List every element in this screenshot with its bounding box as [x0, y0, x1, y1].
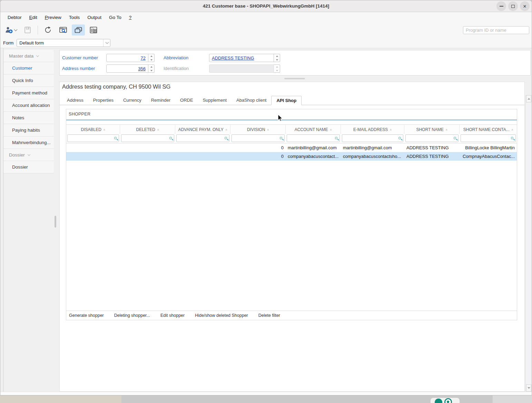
refresh-button[interactable] [41, 24, 55, 36]
vertical-scrollbar[interactable] [525, 95, 531, 392]
save-button[interactable] [21, 24, 34, 36]
horizontal-splitter[interactable] [284, 78, 305, 79]
cell-deleted [120, 152, 175, 161]
abbreviation-label: Abbreviation [164, 55, 188, 60]
spinner[interactable] [148, 54, 155, 62]
column-header-deleted[interactable]: DELETED▵ [120, 125, 175, 134]
table-row[interactable]: 0 martinbilling@gmail.com martinbilling@… [66, 143, 517, 152]
filter-input-short-name-contact[interactable] [461, 134, 516, 142]
deleting-shopper-button[interactable]: Deleting shopper... [114, 313, 150, 318]
sidebar-item-customer[interactable]: Customer [3, 62, 54, 74]
new-customer-button[interactable] [2, 24, 19, 36]
sidebar-item-payment-method[interactable]: Payment method [3, 87, 54, 99]
sidebar-item-notes[interactable]: Notes [3, 112, 54, 124]
column-header-email-address[interactable]: E-MAIL ADDRESS▵ [341, 125, 404, 134]
filter-input-short-name[interactable] [405, 134, 459, 142]
overlapping-windows-icon [74, 26, 83, 34]
menu-edit[interactable]: Edit [26, 13, 41, 22]
tab-currency[interactable]: Currency [118, 96, 146, 105]
address-number-input[interactable] [106, 64, 148, 73]
menu-debtor[interactable]: Debtor [4, 13, 26, 22]
hide-show-deleted-shopper-button[interactable]: Hide/show deleted Shopper [195, 313, 248, 318]
chevron-down-icon [14, 28, 17, 31]
menu-tools[interactable]: Tools [65, 13, 84, 22]
filter-input-division[interactable] [231, 134, 285, 142]
dropdown-button[interactable] [103, 39, 110, 47]
filter-input-advance-paym-only[interactable] [176, 134, 229, 142]
scroll-up-button[interactable] [526, 95, 531, 102]
shopper-section-title: SHOPPER [69, 112, 90, 117]
tab-supplement[interactable]: Supplement [198, 96, 231, 105]
column-header-short-name[interactable]: SHORT NAME▵ [404, 125, 460, 134]
edit-shopper-button[interactable]: Edit shopper [160, 313, 185, 318]
filter-input-disabled[interactable] [67, 134, 119, 142]
search-icon [169, 137, 172, 139]
sort-icon: ▵ [512, 128, 513, 131]
generate-shopper-button[interactable]: Generate shopper [69, 313, 104, 318]
window-search-icon [59, 26, 68, 34]
sidebar-item-quick-info[interactable]: Quick Info [3, 74, 54, 87]
sort-icon: ▵ [330, 128, 332, 131]
filter-input-email-address[interactable] [342, 134, 403, 142]
filter-input-deleted[interactable] [121, 134, 174, 142]
tab-address[interactable]: Address [62, 96, 88, 105]
menu-preview[interactable]: Preview [41, 13, 65, 22]
sidebar-item-dossier[interactable]: Dossier [3, 161, 54, 173]
customer-number-input[interactable] [106, 54, 148, 62]
cell-short-name: ADDRESS TESTING [404, 143, 460, 152]
maximize-button[interactable] [508, 1, 518, 11]
tab-abashop-client[interactable]: AbaShop client [231, 96, 271, 105]
delete-filter-button[interactable]: Delete filter [258, 313, 280, 318]
address-number-label: Address number [62, 66, 95, 71]
spinner[interactable] [148, 64, 155, 73]
refresh-icon [44, 26, 52, 34]
scroll-down-button[interactable] [526, 384, 531, 392]
column-header-account-name[interactable]: ACCOUNT NAME▵ [286, 125, 341, 134]
program-search-input[interactable] [463, 26, 529, 34]
sort-icon: ▵ [157, 128, 159, 131]
sort-icon: ▵ [390, 128, 392, 131]
tab-reminder[interactable]: Reminder [146, 96, 175, 105]
window-controls: ✕ [496, 1, 530, 11]
filter-input-account-name[interactable] [287, 134, 340, 142]
windows-view-button[interactable] [72, 24, 85, 36]
spinner[interactable] [274, 54, 280, 62]
sidebar-item-paying-habits[interactable]: Paying habits [3, 124, 54, 137]
sidebar-group-master-data[interactable]: Master data [3, 50, 54, 62]
table-row-selected[interactable]: 0 companyabacuscontact... companyabacusc… [66, 152, 517, 161]
window-search-button[interactable] [57, 24, 70, 36]
cell-division: 0 [230, 152, 286, 161]
minimize-button[interactable] [496, 1, 506, 11]
form-select[interactable]: Default form [17, 39, 110, 47]
sidebar-item-mahnverbindung[interactable]: Mahnverbindung... [3, 137, 54, 149]
workspace: Master data Customer Quick Info Payment … [0, 48, 532, 395]
column-header-disabled[interactable]: DISABLED▵ [66, 125, 120, 134]
menu-goto[interactable]: Go To [105, 13, 125, 22]
abbreviation-input[interactable] [209, 54, 274, 62]
cell-short-name: ADDRESS TESTING [404, 152, 460, 161]
search-icon [511, 137, 513, 139]
close-button[interactable]: ✕ [520, 1, 530, 11]
column-header-advance-paym-only[interactable]: ADVANCE PAYM. ONLY▵ [175, 125, 230, 134]
tab-properties[interactable]: Properties [88, 96, 118, 105]
search-icon [398, 137, 401, 139]
identification-label: Identification [164, 66, 189, 71]
tab-api-shop[interactable]: API Shop [271, 96, 302, 105]
tab-orde[interactable]: ORDE [175, 96, 198, 105]
table-header-row: DISABLED▵ DELETED▵ ADVANCE PAYM. ONLY▵ D… [66, 124, 517, 134]
menu-help[interactable]: ? [125, 13, 136, 22]
menu-output[interactable]: Output [83, 13, 105, 22]
chevron-down-icon [28, 153, 30, 155]
identification-input [209, 64, 274, 73]
cell-account-name: companyabacuscontact... [286, 152, 341, 161]
column-header-division[interactable]: DIVISION▵ [230, 125, 286, 134]
shopper-group: SHOPPER DISABLED▵ DELETED▵ ADVANCE PAYM.… [66, 109, 517, 320]
vertical-splitter[interactable] [55, 216, 56, 228]
section-underline [66, 120, 517, 120]
sidebar-item-account-allocation[interactable]: Account allocation [3, 99, 54, 112]
column-header-short-name-contact[interactable]: SHORT NAME CONTA...▵ [460, 125, 517, 134]
search-icon [335, 137, 337, 139]
sidebar-group-dossier[interactable]: Dossier [3, 149, 54, 161]
minimize-icon [500, 6, 503, 7]
form-details-button[interactable] [87, 24, 100, 36]
